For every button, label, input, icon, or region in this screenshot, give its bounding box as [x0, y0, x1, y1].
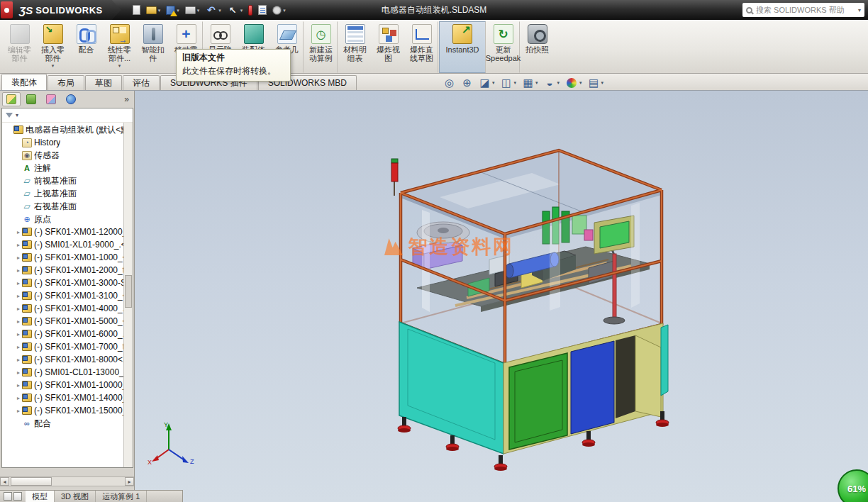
expand-arrow-icon[interactable]: ▸: [15, 267, 22, 274]
view-tool-button[interactable]: ◎ ▾: [443, 77, 455, 89]
tree-item[interactable]: ▸ (-) SFK01-XM01-12000_.<: [2, 225, 133, 238]
expand-arrow-icon[interactable]: ▸: [15, 408, 22, 414]
tree-item[interactable]: ▸ 前视基准面: [2, 174, 133, 187]
dropdown-arrow-icon[interactable]: ▾: [52, 63, 55, 68]
tree-filter-row[interactable]: ▾: [2, 108, 133, 123]
view-tool-button[interactable]: ◪ ▾: [479, 77, 495, 89]
dropdown-arrow-icon[interactable]: ▾: [218, 8, 221, 13]
dropdown-arrow-icon[interactable]: ▾: [118, 63, 121, 68]
titlebar-tool-button[interactable]: ▾: [247, 4, 254, 16]
tree-item[interactable]: ▸ (-) SFK01-XM01-7000_tc<: [2, 340, 133, 353]
expand-arrow-icon[interactable]: ▸: [15, 357, 22, 363]
tree-item[interactable]: ▸ (-) SFK01-XM01-14000_.: [2, 391, 133, 404]
ribbon-button[interactable]: 拍快照 ▾: [521, 21, 554, 73]
panel-tab[interactable]: [62, 92, 80, 106]
graphics-viewport[interactable]: 智造资料网 Y X Z: [135, 91, 868, 502]
ribbon-button[interactable]: 配合 ▾: [69, 21, 103, 73]
tree-item[interactable]: ▸ (-) SFK01-XM01-15000_S.: [2, 404, 133, 417]
expand-arrow-icon[interactable]: ▸: [15, 318, 22, 325]
dropdown-arrow-icon[interactable]: ▾: [197, 8, 200, 13]
expand-arrow-icon[interactable]: ▸: [15, 242, 22, 248]
expand-arrow-icon[interactable]: ▸: [15, 229, 22, 235]
dropdown-arrow-icon[interactable]: ▾: [579, 80, 582, 85]
titlebar-tool-button[interactable]: ▾: [184, 6, 201, 15]
view-tool-button[interactable]: ◒ ▾: [544, 77, 560, 89]
dropdown-arrow-icon[interactable]: ▾: [514, 80, 517, 85]
panel-tab[interactable]: [22, 92, 40, 106]
ribbon-button[interactable]: 插入零 部件 ▾: [36, 21, 69, 73]
titlebar-tool-button[interactable]: ▾: [145, 6, 162, 15]
tree-item[interactable]: ▸ 传感器: [2, 149, 133, 162]
dropdown-arrow-icon[interactable]: ▾: [240, 8, 243, 13]
ribbon-button[interactable]: 线性零 部件... ▾: [103, 21, 136, 73]
commandmanager-tab[interactable]: 装配体: [1, 74, 47, 90]
ribbon-button[interactable]: 爆炸视 图 ▾: [372, 21, 405, 73]
splitter-icon[interactable]: [4, 492, 12, 501]
expand-arrow-icon[interactable]: ▸: [15, 293, 22, 299]
tree-item[interactable]: ▸ 原点: [2, 213, 133, 225]
tree-item[interactable]: ▸ (-) SFK01-XM01-8000<1>: [2, 353, 133, 366]
ribbon-button[interactable]: 编辑零 部件 ▾: [3, 21, 36, 73]
tree-item[interactable]: ▸ 右视基准面: [2, 200, 133, 213]
commandmanager-tab[interactable]: 布局: [48, 75, 84, 90]
view-tool-button[interactable]: ◫ ▾: [501, 77, 517, 89]
filter-dropdown-icon[interactable]: ▾: [16, 112, 18, 118]
tree-item[interactable]: ▸ (-) SFK01-XM01-3000-SC: [2, 277, 133, 289]
ribbon-button[interactable]: 智能扣 件 ▾: [136, 21, 169, 73]
ribbon-button[interactable]: 爆炸直 线草图 ▾: [405, 21, 438, 73]
scrollbar-thumb[interactable]: [11, 477, 52, 486]
tree-item[interactable]: ▸ 配合: [2, 417, 133, 430]
view-tool-button[interactable]: ⊕ ▾: [461, 77, 473, 89]
tree-item[interactable]: ▸ History: [2, 136, 133, 149]
expand-arrow-icon[interactable]: ▸: [15, 395, 22, 401]
dropdown-arrow-icon[interactable]: ▾: [557, 80, 560, 85]
titlebar-tool-button[interactable]: ▾: [204, 4, 223, 17]
expand-arrow-icon[interactable]: ▸: [15, 306, 22, 312]
model-tab[interactable]: 3D 视图: [55, 491, 96, 502]
tree-item[interactable]: ▸ (-) SFK01-XM01-1000_<1: [2, 251, 133, 264]
model-tab[interactable]: 模型: [26, 491, 55, 502]
expand-arrow-icon[interactable]: ▸: [15, 280, 22, 286]
view-tool-button[interactable]: ● ▾: [565, 78, 582, 88]
tree-item[interactable]: ▸ (-) SFK01-XM01-3100_<1: [2, 289, 133, 302]
expand-arrow-icon[interactable]: ▸: [15, 331, 22, 338]
dropdown-arrow-icon[interactable]: ▾: [492, 80, 495, 85]
titlebar-tool-button[interactable]: ▾: [226, 4, 245, 17]
expand-arrow-icon[interactable]: ▸: [15, 382, 22, 389]
dropdown-arrow-icon[interactable]: ▾: [158, 8, 161, 13]
search-dropdown-icon[interactable]: ▾: [858, 7, 861, 13]
panel-expand-chevron[interactable]: »: [124, 94, 129, 104]
expand-arrow-icon[interactable]: ▸: [15, 255, 22, 261]
help-search-box[interactable]: 搜索 SOLIDWORKS 帮助 ▾: [742, 3, 864, 17]
dropdown-arrow-icon[interactable]: ▾: [535, 80, 538, 85]
machine-3d-model[interactable]: [135, 91, 868, 502]
tree-item[interactable]: ▸ 电感器自动组装机 (默认<默认: [2, 123, 133, 136]
tree-vertical-scrollbar[interactable]: [123, 123, 133, 467]
ribbon-button[interactable]: 新建运 动算例 ▾: [304, 21, 338, 73]
tree-item[interactable]: ▸ 上视基准面: [2, 187, 133, 200]
commandmanager-tab[interactable]: 草图: [85, 75, 122, 90]
tree-item[interactable]: ▸ (-) SMI01-XL01-9000_.<1: [2, 238, 133, 251]
commandmanager-tab[interactable]: 评估: [123, 75, 160, 90]
tree-item[interactable]: ▸ (-) SFK01-XM01-4000_.<1: [2, 302, 133, 315]
panel-tab[interactable]: [2, 92, 21, 106]
expand-arrow-icon[interactable]: ▸: [15, 344, 22, 350]
dropdown-arrow-icon[interactable]: ▾: [283, 8, 286, 13]
scroll-right-arrow[interactable]: ▸: [125, 477, 134, 486]
tree-horizontal-scrollbar[interactable]: ◂ ▸: [0, 476, 134, 486]
splitter-icon[interactable]: [13, 492, 22, 501]
tree-item[interactable]: ▸ (-) SFK01-XM01-2000_tc<: [2, 264, 133, 277]
view-tool-button[interactable]: ▤ ▾: [588, 77, 604, 89]
tree-item[interactable]: ▸ (-) SFK01-XM01-5000_<1: [2, 315, 133, 328]
panel-tab[interactable]: [42, 92, 60, 106]
view-tool-button[interactable]: ▦ ▾: [522, 77, 538, 89]
tree-item[interactable]: ▸ (-) SFK01-XM01-6000_.<1: [2, 328, 133, 340]
model-tab[interactable]: 运动算例 1: [96, 491, 147, 502]
tree-item[interactable]: ▸ (-) SFK01-XM01-10000_.: [2, 379, 133, 391]
titlebar-tool-button[interactable]: ▾: [165, 5, 181, 16]
scroll-left-arrow[interactable]: ◂: [0, 477, 9, 486]
ribbon-button[interactable]: 更新 Speedpak ▾: [486, 21, 520, 73]
ribbon-button[interactable]: 材料明 细表 ▾: [338, 21, 372, 73]
titlebar-tool-button[interactable]: ▾: [257, 4, 268, 16]
titlebar-tool-button[interactable]: ▾: [131, 4, 142, 16]
